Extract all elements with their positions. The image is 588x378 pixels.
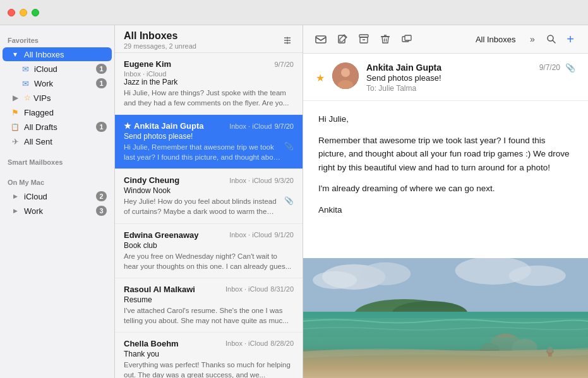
sidebar-item-label: Work <box>34 79 96 88</box>
svg-rect-34 <box>303 312 588 350</box>
sidebar-item-flagged[interactable]: ⚑ Flagged <box>3 105 112 119</box>
email-date: 8/28/20 <box>270 340 294 347</box>
email-item[interactable]: Rasoul Al Malkawi Inbox · iCloud 8/31/20… <box>115 278 303 333</box>
email-preview: Everything was perfect! Thanks so much f… <box>124 360 294 378</box>
sidebar-section-icloud-label: iCloud <box>24 192 47 201</box>
trash-icon <box>380 34 390 44</box>
avatar-image <box>332 62 359 89</box>
email-preview: Hey Julie! How do you feel about blinds … <box>124 196 284 216</box>
email-item[interactable]: Chella Boehm Inbox · iCloud 8/28/20 Than… <box>115 333 303 378</box>
email-source: Inbox · iCloud <box>229 231 272 239</box>
get-mail-icon <box>315 34 327 44</box>
archive-button[interactable] <box>355 30 373 48</box>
sidebar-section-work-label: Work <box>24 206 43 216</box>
sidebar-item-label: All Inboxes <box>24 50 107 59</box>
svg-point-29 <box>313 271 357 289</box>
email-sender: ★ Ankita Jain Gupta <box>124 121 204 131</box>
svg-point-0 <box>287 37 289 38</box>
move-button[interactable] <box>398 30 416 48</box>
email-date: 9/7/20 <box>274 122 294 130</box>
email-body: Hi Julie, Remember that awesome trip we … <box>303 101 588 258</box>
sidebar-item-label: Flagged <box>24 108 107 117</box>
sidebar: Favorites ▾ All Inboxes ✉ iCloud 1 ✉ Wor… <box>0 25 115 378</box>
body-next: I'm already dreaming of where we can go … <box>318 182 573 196</box>
svg-rect-42 <box>303 337 588 350</box>
smart-mailboxes-section-label: Smart Mailboxes <box>0 152 114 168</box>
email-list: Eugene Kim 9/7/20 Inbox · iCloud Jazz in… <box>115 53 303 378</box>
chevron-icon: ▾ <box>10 49 20 59</box>
star-icon[interactable]: ★ <box>316 72 325 84</box>
minimize-button[interactable] <box>20 9 27 16</box>
traffic-lights <box>8 9 39 16</box>
svg-point-41 <box>548 346 553 353</box>
attachment-icon: 📎 <box>284 142 294 151</box>
sidebar-item-all-sent[interactable]: ✈ All Sent <box>3 134 112 148</box>
get-mail-button[interactable] <box>312 30 330 48</box>
star-icon: ★ <box>124 121 131 131</box>
email-item[interactable]: Cindy Cheung Inbox · iCloud 9/3/20 Windo… <box>115 169 303 223</box>
svg-point-31 <box>509 266 566 286</box>
search-button[interactable] <box>543 30 560 48</box>
sender-row: Ankita Jain Gupta 9/7/20 📎 <box>366 62 575 73</box>
detail-panel-title: All Inboxes <box>472 35 520 44</box>
email-item[interactable]: Eugene Kim 9/7/20 Inbox · iCloud Jazz in… <box>115 53 303 115</box>
email-photo-attachment <box>303 258 588 378</box>
sidebar-item-icloud[interactable]: ✉ iCloud 1 <box>13 62 112 76</box>
more-button[interactable]: » <box>524 30 541 48</box>
svg-rect-20 <box>405 35 411 40</box>
sidebar-item-all-drafts[interactable]: 📋 All Drafts 1 <box>3 120 112 134</box>
sidebar-item-icloud-section[interactable]: ▶ iCloud 2 <box>3 189 112 203</box>
sidebar-item-work-favorite[interactable]: ✉ Work 1 <box>13 76 112 90</box>
svg-line-22 <box>553 40 555 43</box>
svg-point-37 <box>512 339 537 357</box>
email-sender: Cindy Cheung <box>124 175 179 185</box>
mail-icon: ✉ <box>20 78 30 88</box>
svg-point-36 <box>490 334 522 357</box>
beach-photo-svg <box>303 258 588 378</box>
fullscreen-button[interactable] <box>32 9 39 16</box>
email-sender: Rasoul Al Malkawi <box>124 285 195 294</box>
chevron-icon: ▶ <box>10 206 20 216</box>
email-source: Inbox · iCloud <box>124 70 166 78</box>
on-my-mac-section-label: On My Mac <box>0 172 114 189</box>
sidebar-item-label: All Sent <box>24 137 107 146</box>
email-sender: Eugene Kim <box>124 59 171 69</box>
email-item[interactable]: ★ Ankita Jain Gupta Inbox · iCloud 9/7/2… <box>115 115 303 169</box>
search-icon <box>546 34 556 44</box>
email-subject: Thank you <box>124 350 294 358</box>
email-item[interactable]: Edwina Greenaway Inbox · iCloud 9/1/20 B… <box>115 224 303 278</box>
svg-rect-40 <box>548 351 552 363</box>
move-icon <box>402 34 412 44</box>
body-greeting: Hi Julie, <box>318 112 573 126</box>
email-list-panel: All Inboxes 29 messages, 2 unread <box>115 25 303 378</box>
email-subject: Book club <box>124 241 294 250</box>
sidebar-item-work-section[interactable]: ▶ Work 3 <box>3 204 112 218</box>
work-badge: 1 <box>96 78 107 88</box>
detail-date: 9/7/20 📎 <box>539 63 575 73</box>
svg-point-28 <box>360 263 411 285</box>
sent-icon: ✈ <box>10 136 20 146</box>
sidebar-item-vips[interactable]: ▶ ☆ VIPs <box>3 91 112 105</box>
email-preview: I've attached Carol's resume. She's the … <box>124 305 294 326</box>
sidebar-item-label: All Drafts <box>24 122 96 132</box>
compose-button[interactable] <box>333 30 351 48</box>
email-date: 9/7/20 <box>274 61 294 68</box>
delete-button[interactable] <box>376 30 394 48</box>
close-button[interactable] <box>8 9 15 16</box>
add-button[interactable]: + <box>561 30 579 48</box>
email-source: Inbox · iCloud <box>225 340 268 347</box>
attachment-icon: 📎 <box>284 196 294 205</box>
filter-button[interactable] <box>279 32 296 49</box>
chevron-icon: ▶ <box>10 191 20 201</box>
app-body: Favorites ▾ All Inboxes ✉ iCloud 1 ✉ Wor… <box>0 25 588 378</box>
flag-icon: ⚑ <box>10 107 20 117</box>
star-icon: ▶ <box>10 93 20 103</box>
sidebar-item-all-inboxes[interactable]: ▾ All Inboxes <box>3 47 112 61</box>
compose-icon <box>337 34 347 44</box>
email-sender: Edwina Greenaway <box>124 230 199 240</box>
email-list-header-area: All Inboxes 29 messages, 2 unread <box>115 25 303 53</box>
email-sender: Chella Boehm <box>124 339 179 348</box>
svg-point-33 <box>392 301 467 326</box>
svg-rect-9 <box>316 36 326 43</box>
draft-icon: 📋 <box>10 122 20 132</box>
